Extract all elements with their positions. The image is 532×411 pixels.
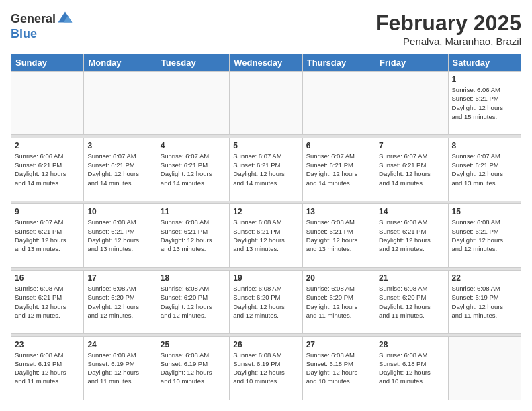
header-saturday: Saturday	[448, 54, 521, 72]
day-info: Sunrise: 6:06 AM Sunset: 6:21 PM Dayligh…	[452, 85, 517, 121]
day-number: 26	[233, 340, 298, 349]
calendar-cell-w1-d3: 5Sunrise: 6:07 AM Sunset: 6:21 PM Daylig…	[230, 138, 302, 201]
day-number: 28	[379, 340, 444, 349]
calendar-cell-w1-d4: 6Sunrise: 6:07 AM Sunset: 6:21 PM Daylig…	[302, 138, 375, 201]
calendar-table: Sunday Monday Tuesday Wednesday Thursday…	[11, 54, 521, 400]
calendar-cell-w4-d4: 27Sunrise: 6:08 AM Sunset: 6:18 PM Dayli…	[302, 336, 375, 400]
calendar-cell-w3-d5: 21Sunrise: 6:08 AM Sunset: 6:20 PM Dayli…	[375, 270, 448, 333]
day-number: 3	[87, 141, 152, 150]
day-number: 2	[15, 141, 80, 150]
day-info: Sunrise: 6:08 AM Sunset: 6:20 PM Dayligh…	[306, 284, 371, 320]
calendar-cell-w3-d1: 17Sunrise: 6:08 AM Sunset: 6:20 PM Dayli…	[84, 270, 157, 333]
day-info: Sunrise: 6:08 AM Sunset: 6:20 PM Dayligh…	[87, 284, 152, 320]
calendar-cell-w1-d6: 8Sunrise: 6:07 AM Sunset: 6:21 PM Daylig…	[448, 138, 521, 201]
day-number: 13	[306, 207, 371, 216]
day-number: 20	[306, 273, 371, 283]
title-section: February 2025 Penalva, Maranhao, Brazil	[375, 11, 521, 47]
day-number: 14	[379, 207, 444, 216]
day-number: 16	[15, 273, 80, 283]
day-number: 22	[452, 273, 517, 283]
day-info: Sunrise: 6:07 AM Sunset: 6:21 PM Dayligh…	[15, 218, 80, 253]
week-row-3: 16Sunrise: 6:08 AM Sunset: 6:21 PM Dayli…	[11, 270, 521, 333]
day-info: Sunrise: 6:08 AM Sunset: 6:19 PM Dayligh…	[233, 351, 298, 386]
day-info: Sunrise: 6:07 AM Sunset: 6:21 PM Dayligh…	[233, 152, 298, 187]
page: General Blue February 2025 Penalva, Mara…	[0, 0, 532, 411]
header-tuesday: Tuesday	[157, 54, 229, 72]
day-number: 25	[161, 340, 226, 349]
calendar-cell-w0-d4	[302, 72, 375, 135]
day-info: Sunrise: 6:08 AM Sunset: 6:19 PM Dayligh…	[87, 351, 152, 386]
calendar-cell-w1-d1: 3Sunrise: 6:07 AM Sunset: 6:21 PM Daylig…	[84, 138, 157, 201]
header-thursday: Thursday	[302, 54, 375, 72]
day-info: Sunrise: 6:08 AM Sunset: 6:21 PM Dayligh…	[306, 218, 371, 253]
day-info: Sunrise: 6:08 AM Sunset: 6:18 PM Dayligh…	[306, 351, 371, 386]
day-number: 10	[87, 207, 152, 216]
logo: General Blue	[11, 11, 73, 41]
logo-text: General Blue	[11, 11, 73, 41]
day-info: Sunrise: 6:08 AM Sunset: 6:19 PM Dayligh…	[15, 351, 80, 386]
calendar-cell-w0-d0	[11, 72, 84, 135]
header: General Blue February 2025 Penalva, Mara…	[11, 11, 521, 47]
header-monday: Monday	[84, 54, 157, 72]
calendar-cell-w2-d2: 11Sunrise: 6:08 AM Sunset: 6:21 PM Dayli…	[157, 204, 229, 267]
calendar-cell-w4-d5: 28Sunrise: 6:08 AM Sunset: 6:18 PM Dayli…	[375, 336, 448, 400]
day-info: Sunrise: 6:08 AM Sunset: 6:21 PM Dayligh…	[161, 218, 226, 253]
calendar-cell-w0-d6: 1Sunrise: 6:06 AM Sunset: 6:21 PM Daylig…	[448, 72, 521, 135]
day-number: 7	[379, 141, 444, 150]
day-info: Sunrise: 6:08 AM Sunset: 6:18 PM Dayligh…	[379, 351, 444, 386]
day-number: 6	[306, 141, 371, 150]
day-info: Sunrise: 6:08 AM Sunset: 6:21 PM Dayligh…	[233, 218, 298, 253]
day-info: Sunrise: 6:08 AM Sunset: 6:19 PM Dayligh…	[161, 351, 226, 386]
day-info: Sunrise: 6:08 AM Sunset: 6:19 PM Dayligh…	[452, 284, 517, 320]
day-number: 15	[452, 207, 517, 216]
day-number: 23	[15, 340, 80, 349]
day-info: Sunrise: 6:07 AM Sunset: 6:21 PM Dayligh…	[379, 152, 444, 187]
calendar-cell-w3-d0: 16Sunrise: 6:08 AM Sunset: 6:21 PM Dayli…	[11, 270, 84, 333]
calendar-cell-w2-d6: 15Sunrise: 6:08 AM Sunset: 6:21 PM Dayli…	[448, 204, 521, 267]
logo-general-text: General	[11, 12, 56, 26]
day-number: 27	[306, 340, 371, 349]
day-number: 9	[15, 207, 80, 216]
calendar-cell-w0-d2	[157, 72, 229, 135]
header-sunday: Sunday	[11, 54, 84, 72]
day-number: 1	[452, 75, 517, 84]
calendar-cell-w1-d0: 2Sunrise: 6:06 AM Sunset: 6:21 PM Daylig…	[11, 138, 84, 201]
day-info: Sunrise: 6:08 AM Sunset: 6:21 PM Dayligh…	[15, 284, 80, 320]
calendar-cell-w4-d0: 23Sunrise: 6:08 AM Sunset: 6:19 PM Dayli…	[11, 336, 84, 400]
day-number: 5	[233, 141, 298, 150]
day-info: Sunrise: 6:08 AM Sunset: 6:20 PM Dayligh…	[161, 284, 226, 320]
calendar-cell-w2-d1: 10Sunrise: 6:08 AM Sunset: 6:21 PM Dayli…	[84, 204, 157, 267]
month-title: February 2025	[375, 11, 521, 36]
header-friday: Friday	[375, 54, 448, 72]
day-info: Sunrise: 6:07 AM Sunset: 6:21 PM Dayligh…	[306, 152, 371, 187]
day-info: Sunrise: 6:07 AM Sunset: 6:21 PM Dayligh…	[161, 152, 226, 187]
calendar-cell-w0-d3	[230, 72, 302, 135]
calendar-cell-w2-d5: 14Sunrise: 6:08 AM Sunset: 6:21 PM Dayli…	[375, 204, 448, 267]
calendar-cell-w0-d5	[375, 72, 448, 135]
day-info: Sunrise: 6:08 AM Sunset: 6:20 PM Dayligh…	[379, 284, 444, 320]
day-info: Sunrise: 6:08 AM Sunset: 6:21 PM Dayligh…	[452, 218, 517, 253]
day-info: Sunrise: 6:08 AM Sunset: 6:21 PM Dayligh…	[87, 218, 152, 253]
week-row-2: 9Sunrise: 6:07 AM Sunset: 6:21 PM Daylig…	[11, 204, 521, 267]
calendar-header-row: Sunday Monday Tuesday Wednesday Thursday…	[11, 54, 521, 72]
day-info: Sunrise: 6:08 AM Sunset: 6:21 PM Dayligh…	[379, 218, 444, 253]
header-wednesday: Wednesday	[230, 54, 302, 72]
calendar-cell-w2-d4: 13Sunrise: 6:08 AM Sunset: 6:21 PM Dayli…	[302, 204, 375, 267]
day-number: 21	[379, 273, 444, 283]
day-number: 17	[87, 273, 152, 283]
calendar-cell-w3-d6: 22Sunrise: 6:08 AM Sunset: 6:19 PM Dayli…	[448, 270, 521, 333]
calendar-cell-w2-d0: 9Sunrise: 6:07 AM Sunset: 6:21 PM Daylig…	[11, 204, 84, 267]
day-number: 18	[161, 273, 226, 283]
calendar-cell-w1-d5: 7Sunrise: 6:07 AM Sunset: 6:21 PM Daylig…	[375, 138, 448, 201]
calendar-cell-w3-d3: 19Sunrise: 6:08 AM Sunset: 6:20 PM Dayli…	[230, 270, 302, 333]
location: Penalva, Maranhao, Brazil	[375, 36, 521, 47]
day-number: 12	[233, 207, 298, 216]
calendar-cell-w4-d1: 24Sunrise: 6:08 AM Sunset: 6:19 PM Dayli…	[84, 336, 157, 400]
day-info: Sunrise: 6:06 AM Sunset: 6:21 PM Dayligh…	[15, 152, 80, 187]
calendar-cell-w3-d2: 18Sunrise: 6:08 AM Sunset: 6:20 PM Dayli…	[157, 270, 229, 333]
calendar-cell-w4-d6	[448, 336, 521, 400]
calendar-cell-w0-d1	[84, 72, 157, 135]
calendar-cell-w1-d2: 4Sunrise: 6:07 AM Sunset: 6:21 PM Daylig…	[157, 138, 229, 201]
day-info: Sunrise: 6:08 AM Sunset: 6:20 PM Dayligh…	[233, 284, 298, 320]
calendar-cell-w4-d3: 26Sunrise: 6:08 AM Sunset: 6:19 PM Dayli…	[230, 336, 302, 400]
